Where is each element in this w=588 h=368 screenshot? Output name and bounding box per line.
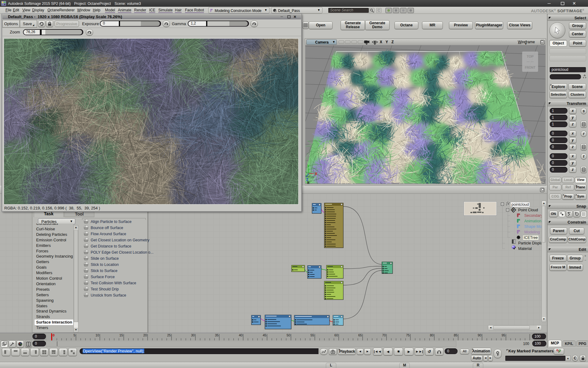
svg-text:70: 70: [382, 333, 386, 337]
svg-text:55: 55: [311, 333, 314, 337]
svg-text:60: 60: [334, 333, 338, 337]
svg-text:TOP: TOP: [527, 55, 533, 58]
svg-text:— —: — —: [527, 60, 534, 63]
svg-text:P: P: [512, 209, 514, 212]
svg-text:15: 15: [119, 333, 123, 337]
svg-text:95: 95: [502, 333, 505, 337]
svg-text:90: 90: [478, 333, 481, 337]
svg-text:25: 25: [167, 333, 171, 337]
svg-text:45: 45: [263, 333, 266, 337]
svg-text:30: 30: [191, 333, 195, 337]
svg-text:40: 40: [239, 333, 243, 337]
svg-text:35: 35: [215, 333, 219, 337]
svg-text:10: 10: [96, 333, 99, 337]
svg-text:X: X: [315, 172, 317, 176]
svg-text:65: 65: [358, 333, 362, 337]
svg-text:FRONT: FRONT: [525, 66, 535, 69]
svg-text:50: 50: [287, 333, 290, 337]
svg-text:5: 5: [74, 333, 75, 337]
svg-text:SI: SI: [2, 3, 4, 5]
svg-text:lt: lt: [307, 181, 309, 184]
svg-text:80: 80: [430, 333, 434, 337]
svg-text:75: 75: [406, 333, 410, 337]
svg-text:20: 20: [143, 333, 147, 337]
svg-text:Y: Y: [307, 164, 310, 168]
svg-text:85: 85: [454, 333, 458, 337]
svg-text:0: 0: [53, 333, 55, 337]
